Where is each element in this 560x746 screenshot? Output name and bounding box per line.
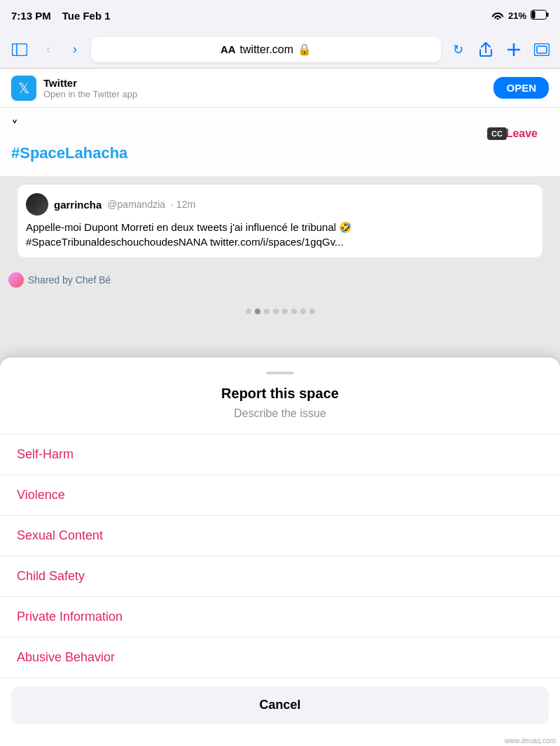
tweet-header: garrincha @pamandzia · 12m <box>26 193 534 216</box>
dot-6 <box>291 309 297 314</box>
tweet-card: garrincha @pamandzia · 12m Appelle-moi D… <box>17 184 543 258</box>
status-date: Tue Feb 1 <box>62 10 111 22</box>
cancel-area: Cancel <box>0 677 560 746</box>
text-size-button[interactable]: AA <box>220 43 236 55</box>
cc-button[interactable]: CC <box>487 127 507 140</box>
forward-button[interactable]: › <box>64 39 85 60</box>
report-option-self-harm[interactable]: Self-Harm <box>0 435 560 475</box>
dot-8 <box>309 309 315 314</box>
status-bar: 7:13 PM Tue Feb 1 21% <box>0 0 560 31</box>
shared-by: Shared by Chef Bé <box>8 272 552 288</box>
twitter-app-name: Twitter <box>43 77 493 89</box>
pagination-dots <box>0 295 560 325</box>
share-button[interactable] <box>475 38 497 61</box>
tweet-time: · 12m <box>171 199 195 210</box>
back-button[interactable]: ‹ <box>38 39 59 60</box>
add-tab-button[interactable] <box>503 38 525 61</box>
twitter-bird-icon: 𝕏 <box>18 80 29 97</box>
twitter-logo: 𝕏 <box>11 76 36 101</box>
report-option-sexual-content[interactable]: Sexual Content <box>0 516 560 556</box>
twitter-open-subtitle: Open in the Twitter app <box>43 89 493 99</box>
space-title: #SpaceLahacha <box>11 144 549 162</box>
wifi-icon <box>491 10 504 22</box>
leave-button[interactable]: Leave <box>506 127 538 140</box>
svg-rect-1 <box>532 10 536 18</box>
url-bar[interactable]: AA twitter.com 🔒 <box>91 37 441 62</box>
status-time: 7:13 PM <box>11 10 51 22</box>
twitter-app-banner: 𝕏 Twitter Open in the Twitter app OPEN <box>0 69 560 108</box>
report-subtitle: Describe the issue <box>0 407 560 420</box>
svg-rect-8 <box>537 46 547 53</box>
url-text: twitter.com <box>240 43 293 56</box>
dot-2 <box>255 309 260 314</box>
secure-lock-icon: 🔒 <box>298 43 312 56</box>
battery-icon <box>531 10 549 22</box>
status-icons: 21% <box>491 10 549 22</box>
tweet-avatar <box>26 193 48 216</box>
browser-bar: ‹ › AA twitter.com 🔒 ↻ <box>0 31 560 69</box>
dot-3 <box>264 309 270 314</box>
reload-button[interactable]: ↻ <box>447 38 469 61</box>
tweet-username: garrincha <box>54 199 102 211</box>
battery-percentage: 21% <box>508 10 526 21</box>
watermark: www.deuaq.com <box>505 737 556 745</box>
svg-rect-2 <box>547 13 549 17</box>
report-option-private-information[interactable]: Private Information <box>0 597 560 638</box>
report-option-violence[interactable]: Violence <box>0 475 560 516</box>
cancel-button[interactable]: Cancel <box>11 687 549 724</box>
twitter-banner-text: Twitter Open in the Twitter app <box>43 77 493 99</box>
report-title: Report this space <box>0 386 560 402</box>
svg-rect-3 <box>13 43 27 55</box>
tweet-body: Appelle-moi Dupont Morreti en deux tweet… <box>26 220 534 249</box>
shared-by-avatar <box>8 272 24 288</box>
collapse-chevron-icon[interactable]: ˅ <box>11 118 18 134</box>
tabs-button[interactable] <box>531 38 553 61</box>
dot-7 <box>300 309 306 314</box>
space-header: ˅ CC Leave #SpaceLahacha <box>0 108 560 177</box>
sheet-handle <box>266 372 294 374</box>
report-option-abusive-behavior[interactable]: Abusive Behavior <box>0 638 560 677</box>
open-in-app-button[interactable]: OPEN <box>493 77 549 99</box>
shared-by-text: Shared by Chef Bé <box>28 274 111 286</box>
tweet-handle: @pamandzia <box>107 199 165 210</box>
dot-5 <box>282 309 288 314</box>
dot-4 <box>273 309 279 314</box>
report-option-child-safety[interactable]: Child Safety <box>0 556 560 597</box>
report-sheet: Report this space Describe the issue Sel… <box>0 358 560 746</box>
sidebar-toggle-button[interactable] <box>7 39 32 60</box>
dot-1 <box>246 309 251 314</box>
